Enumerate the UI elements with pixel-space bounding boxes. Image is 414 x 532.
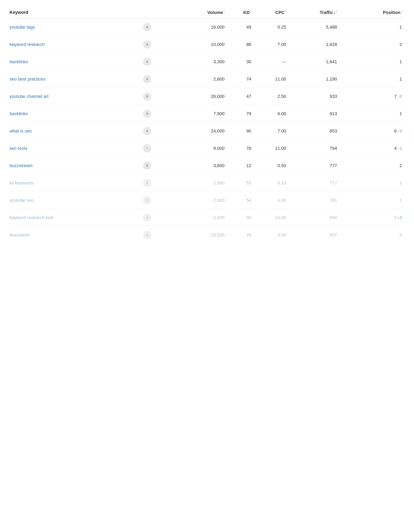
traffic-cell: 933 <box>289 88 340 105</box>
kd-cell: 28 <box>227 226 254 244</box>
position-inner: 7↑2 <box>394 94 402 99</box>
cpc-cell: — <box>254 53 289 71</box>
position-number: 4 <box>394 146 397 151</box>
traffic-cell: 794 <box>289 140 340 157</box>
position-number: 1 <box>399 111 402 116</box>
keyword-cell[interactable]: seo best practices <box>9 71 139 88</box>
cpc-cell: 6.00 <box>254 105 289 123</box>
table-row: seo tools?9,0007811.007944↑1 <box>9 140 405 157</box>
cpc-info-icon: i <box>285 10 286 13</box>
volume-cell: 7,900 <box>176 105 227 123</box>
table-row: keyword research tool45,4009610.006983↑2 <box>9 209 405 226</box>
keyword-cell[interactable]: keyword research <box>9 36 139 53</box>
kd-info-icon: i <box>250 10 251 13</box>
position-cell: 1 <box>340 71 405 88</box>
keyword-cell[interactable]: buzzstream <box>9 157 139 174</box>
position-info-icon: i <box>401 10 402 13</box>
keyword-cell[interactable]: buzzsumo <box>9 226 139 244</box>
table-header: Keyword Volumei KDi CPCi Traffic↓i Posit… <box>9 6 405 19</box>
cpc-cell: 10.00 <box>254 209 289 226</box>
table-row: youtube channel art626,000472.509337↑2 <box>9 88 405 105</box>
position-cell: 1 <box>340 105 405 123</box>
position-number: 1 <box>399 76 402 82</box>
cpc-cell: 0.10 <box>254 174 289 192</box>
cpc-cell: 4.50 <box>254 226 289 244</box>
position-number: 5 <box>399 232 402 238</box>
table-body: youtube tags416,000490.255,4881keyword r… <box>9 19 405 244</box>
cpc-cell: 7.00 <box>254 123 289 140</box>
trend-indicator: ↑2 <box>398 215 402 220</box>
position-cell: 6↑2 <box>340 123 405 140</box>
volume-cell: 26,000 <box>176 88 227 105</box>
position-badge: 4 <box>143 40 151 49</box>
volume-cell: 16,000 <box>176 19 227 36</box>
position-badge: 4 <box>143 23 151 31</box>
keyword-cell[interactable]: youtube channel art <box>9 88 139 105</box>
position-badge: 4 <box>143 213 151 222</box>
volume-info-icon: i <box>224 10 225 13</box>
position-number: 1 <box>399 59 402 64</box>
traffic-cell: 913 <box>289 105 340 123</box>
badge-cell: 4 <box>139 226 176 244</box>
position-badge: 5 <box>143 162 151 170</box>
table-row: backlinko43,30030—1,6411 <box>9 53 405 71</box>
header-traffic[interactable]: Traffic↓i <box>289 6 340 19</box>
keyword-cell[interactable]: backlinko <box>9 53 139 71</box>
cpc-cell: 0.50 <box>254 157 289 174</box>
kd-cell: 86 <box>227 36 254 53</box>
volume-cell: 33,000 <box>176 226 227 244</box>
table-row: what is seo424,000907.008536↑2 <box>9 123 405 140</box>
traffic-cell: 698 <box>289 209 340 226</box>
position-inner: 1 <box>399 76 402 82</box>
position-cell: 7↑2 <box>340 88 405 105</box>
header-kd[interactable]: KDi <box>227 6 254 19</box>
position-inner: 1 <box>399 180 402 186</box>
badge-cell: 4 <box>139 123 176 140</box>
position-cell: 2 <box>340 157 405 174</box>
position-number: 3 <box>394 215 397 220</box>
badge-cell: 5 <box>139 192 176 209</box>
badge-cell: 4 <box>139 174 176 192</box>
position-badge: 4 <box>143 110 151 118</box>
position-inner: 4↑1 <box>394 146 402 151</box>
position-inner: 3↑2 <box>394 215 402 220</box>
position-inner: 5 <box>399 232 402 238</box>
traffic-info-icon: i <box>336 10 337 13</box>
badge-cell: 4 <box>139 71 176 88</box>
keyword-cell[interactable]: backlinks <box>9 105 139 123</box>
table-row: youtube tags416,000490.255,4881 <box>9 19 405 36</box>
badge-cell: 4 <box>139 209 176 226</box>
badge-cell: ? <box>139 140 176 157</box>
header-position[interactable]: Positioni <box>340 6 405 19</box>
position-badge: 4 <box>143 75 151 83</box>
position-number: 1 <box>399 180 402 186</box>
position-cell: 1 <box>340 53 405 71</box>
table-row: backlinks47,900796.009131 <box>9 105 405 123</box>
kd-cell: 96 <box>227 209 254 226</box>
volume-cell: 2,800 <box>176 192 227 209</box>
header-cpc[interactable]: CPCi <box>254 6 289 19</box>
header-volume[interactable]: Volumei <box>176 6 227 19</box>
traffic-cell: 701 <box>289 192 340 209</box>
header-keyword: Keyword <box>9 6 176 19</box>
position-number: 2 <box>399 163 402 168</box>
traffic-cell: 777 <box>289 157 340 174</box>
keyword-cell[interactable]: what is seo <box>9 123 139 140</box>
trend-indicator: ↑2 <box>398 94 402 99</box>
cpc-cell: 6.00 <box>254 192 289 209</box>
kd-cell: 52 <box>227 174 254 192</box>
table-row: buzzsumo433,000284.506575 <box>9 226 405 244</box>
cpc-cell: 11.00 <box>254 140 289 157</box>
position-badge: 4 <box>143 179 151 187</box>
cpc-cell: 0.25 <box>254 19 289 36</box>
keyword-cell[interactable]: youtube tags <box>9 19 139 36</box>
keyword-cell[interactable]: youtube seo <box>9 192 139 209</box>
traffic-sort-icon: ↓ <box>333 10 336 15</box>
keyword-cell[interactable]: seo tools <box>9 140 139 157</box>
position-cell: 3↑2 <box>340 209 405 226</box>
keyword-table-container: Keyword Volumei KDi CPCi Traffic↓i Posit… <box>0 0 414 250</box>
keyword-cell[interactable]: keyword research tool <box>9 209 139 226</box>
volume-cell: 3,300 <box>176 53 227 71</box>
kd-cell: 30 <box>227 53 254 71</box>
keyword-cell[interactable]: lsi keywords <box>9 174 139 192</box>
